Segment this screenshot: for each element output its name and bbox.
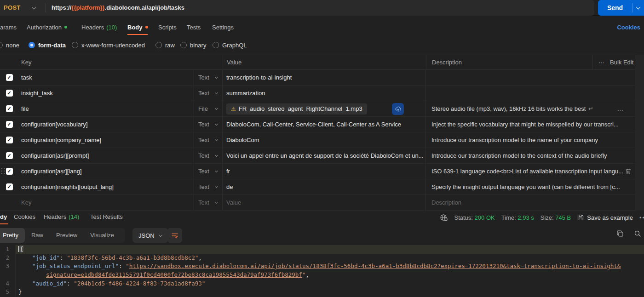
row-checkbox[interactable]: ✓ [6,137,13,143]
mode-binary[interactable]: binary [180,40,206,51]
radio-icon[interactable] [155,42,162,48]
param-value[interactable]: Voici un appel entre un agent de support… [223,148,426,164]
method-selector[interactable]: POST [4,0,21,16]
row-checkbox[interactable]: ✓ [6,90,13,97]
type-select[interactable]: Text [193,195,223,211]
tab-settings[interactable]: Settings [212,21,234,34]
value-input-placeholder[interactable]: Value [223,195,426,211]
tab-headers[interactable]: Headers(10) [81,21,117,34]
radio-icon[interactable] [0,42,3,48]
wrap-lines-button[interactable] [167,228,182,243]
mode-none[interactable]: none [0,40,19,51]
description-input-placeholder[interactable]: Description [426,195,635,211]
type-select[interactable]: Text [193,86,223,101]
tab-authorization[interactable]: Authorization [27,21,67,34]
table-row[interactable]: ✓ insight_task Text summarization [0,86,644,101]
param-key[interactable]: configuration[company_name] [18,137,193,143]
param-key[interactable]: file [18,105,193,112]
drag-handle-icon[interactable] [1,168,5,174]
bulk-edit-button[interactable]: Bulk Edit [610,59,633,66]
param-description[interactable]: Stereo audio file (mp3, wav), 16kHz 16 b… [426,101,635,117]
table-row[interactable]: ✓ file File ⚠FR_audio_stereo_agent_Right… [0,101,644,117]
table-row[interactable]: ✓ configuration[asr][prompt] Text Voici … [0,148,644,164]
radio-icon[interactable] [213,42,219,48]
row-checkbox[interactable]: ✓ [6,152,13,159]
chevron-down-icon[interactable] [32,5,36,10]
key-input-placeholder[interactable]: Key [18,199,193,206]
send-button[interactable]: Send [598,0,644,16]
copy-response-button[interactable] [616,230,624,237]
table-row[interactable]: ✓ configuration[insights][output_lang] T… [0,179,644,195]
tab-response-cookies[interactable]: Cookies [14,211,35,223]
row-checkbox[interactable]: ✓ [6,183,13,190]
view-raw[interactable]: Raw [25,228,50,243]
param-value[interactable]: fr [223,164,426,179]
row-checkbox[interactable]: ✓ [6,168,13,175]
url-input[interactable]: https://{{platform}}.diabolocom.ai/api/j… [52,0,184,16]
radio-selected-icon[interactable] [29,42,35,48]
radio-icon[interactable] [180,42,187,48]
row-checkbox[interactable]: ✓ [6,121,13,128]
param-value[interactable]: summarization [223,86,426,101]
param-key[interactable]: configuration[vocabulary] [18,121,193,128]
param-description[interactable]: Specify the insight output language you … [426,179,635,195]
tab-response-headers[interactable]: Headers(14) [44,211,79,223]
more-options-icon[interactable]: ··· [598,59,604,66]
tab-test-results[interactable]: Test Results [90,211,123,223]
tab-tests[interactable]: Tests [187,21,201,34]
mode-graphql[interactable]: GraphQL [213,40,247,51]
param-key[interactable]: configuration[insights][output_lang] [18,183,193,190]
type-select[interactable]: Text [193,164,223,179]
type-select[interactable]: Text [193,148,223,164]
more-options-icon[interactable]: ••• [639,214,644,221]
mode-raw[interactable]: raw [155,40,175,51]
param-key[interactable]: task [18,74,193,81]
type-select[interactable]: Text [193,70,223,86]
cookies-link[interactable]: Cookies [617,21,640,34]
param-value[interactable]: transcription-to-ai-insight [223,70,426,86]
delete-row-button[interactable] [626,168,631,175]
search-response-button[interactable] [634,230,641,237]
tab-body[interactable]: Body [127,21,148,34]
param-description[interactable]: Inject the specific vocabulary that migh… [426,117,635,132]
param-value[interactable]: de [223,179,426,195]
row-checkbox[interactable]: ✓ [6,74,13,81]
param-description[interactable] [426,86,635,101]
url-input-container[interactable]: POST https://{{platform}}.diabolocom.ai/… [0,0,594,16]
param-description[interactable] [426,70,635,86]
param-description[interactable]: ISO 639-1 language code<br>List of avail… [426,164,635,179]
param-description[interactable]: Introduce our transcription model to the… [426,148,635,164]
table-row-empty[interactable]: Key Text Value Description [0,195,644,211]
json-url-link[interactable]: https://sandbox.execute.diabolocom.ai/ap… [129,263,621,269]
tab-response-body[interactable]: dy [0,211,7,223]
response-body-editor[interactable]: 1 { 2 "job_id": "1838f3fc-56bd-4c3b-a6a1… [0,244,644,297]
table-row[interactable]: ✓ configuration[vocabulary] Text Diabolo… [0,117,644,132]
param-key[interactable]: configuration[asr][lang] [18,168,193,175]
mode-urlencoded[interactable]: x-www-form-urlencoded [72,40,145,51]
param-description[interactable]: Introduce our transcription model to the… [426,132,635,148]
format-select[interactable]: JSON [132,228,168,243]
view-pretty[interactable]: Pretty [0,228,25,243]
mode-form-data[interactable]: form-data [29,40,66,51]
param-key[interactable]: configuration[asr][prompt] [18,152,193,159]
type-select[interactable]: Text [193,132,223,148]
chevron-down-icon[interactable] [636,5,641,10]
type-select[interactable]: Text [193,179,223,195]
row-checkbox[interactable]: ✓ [6,105,13,112]
tab-params[interactable]: arams [0,21,17,34]
upload-file-button[interactable] [392,103,404,115]
param-key[interactable]: insight_task [18,90,193,97]
type-select[interactable]: File [193,101,223,117]
view-preview[interactable]: Preview [50,228,84,243]
param-value[interactable]: DiaboloCom [223,132,426,148]
param-value[interactable]: DiaboloCom, Call-Center, Service-Client,… [223,117,426,132]
type-select[interactable]: Text [193,117,223,132]
table-row[interactable]: ✓ configuration[asr][lang] Text fr ISO 6… [0,164,644,179]
json-url-link[interactable]: signature=e1dbd84fde31155791f0cd4000fe72… [46,271,302,278]
view-visualize[interactable]: Visualize [84,228,121,243]
tab-scripts[interactable]: Scripts [158,21,177,34]
save-as-example-button[interactable]: Save as example [577,214,633,221]
table-row[interactable]: ✓ configuration[company_name] Text Diabo… [0,132,644,148]
radio-icon[interactable] [72,42,78,48]
file-chip[interactable]: ⚠FR_audio_stereo_agent_RightChannel_1.mp… [226,103,367,114]
